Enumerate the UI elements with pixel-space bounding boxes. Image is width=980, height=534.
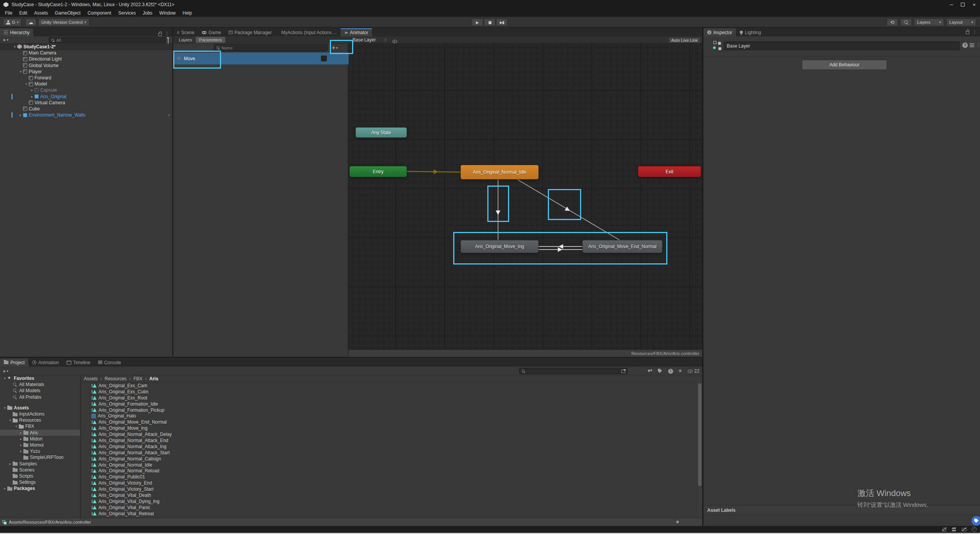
foldout-icon[interactable] (12, 45, 17, 49)
lock-icon[interactable] (966, 31, 969, 34)
menu-item[interactable]: File (2, 10, 16, 16)
state-node[interactable]: Exit (638, 166, 701, 177)
asset-row[interactable]: Aris_Original_Normal_Attack_Start (81, 450, 697, 456)
help-icon[interactable]: ? (962, 43, 968, 48)
cache-server-icon[interactable] (951, 526, 957, 532)
global-search-button[interactable] (900, 18, 912, 26)
undo-history-button[interactable]: ⟲ (887, 18, 898, 26)
parameter-bool-checkbox[interactable] (321, 56, 327, 61)
folder-row[interactable]: All Models (0, 388, 80, 394)
folder-row[interactable]: Resources (0, 417, 80, 423)
hierarchy-row[interactable]: Forward (0, 75, 172, 81)
foldout-icon[interactable] (29, 95, 34, 99)
save-search-star-icon[interactable]: ★ (678, 368, 682, 373)
menu-item[interactable]: Jobs (139, 10, 156, 16)
search-by-type-icon[interactable] (648, 369, 653, 373)
project-search-input[interactable] (519, 368, 628, 374)
asset-row[interactable]: Aris_Original_Normal_Callsign (81, 456, 697, 462)
tab-layers[interactable]: Layers (175, 37, 196, 43)
kebab-menu-icon[interactable]: ⋮ (972, 29, 977, 35)
asset-label-tag-button[interactable] (972, 516, 980, 526)
menu-item[interactable]: Component (84, 10, 115, 16)
menu-item[interactable]: Assets (31, 10, 51, 16)
layout-dropdown[interactable]: Layout ▾ (946, 18, 976, 26)
asset-row[interactable]: Aris_Original_Exs_Root (81, 395, 697, 401)
visibility-off-icon[interactable] (961, 526, 967, 532)
play-button[interactable]: ▶ (472, 18, 483, 26)
asset-row[interactable]: Aris_Original_Vital_Panic (81, 504, 697, 511)
hierarchy-row[interactable]: Player (0, 69, 172, 75)
folder-row[interactable]: InputActions (0, 411, 80, 417)
maximize-button[interactable] (957, 0, 969, 9)
foldout-icon[interactable] (18, 113, 23, 117)
state-node[interactable]: Aris_Original_Move_End_Normal (582, 240, 662, 253)
breadcrumb-item[interactable]: FBX (133, 376, 149, 381)
add-behaviour-button[interactable]: Add Behaviour (802, 60, 887, 70)
dock-tab[interactable]: Timeline (63, 358, 94, 366)
pause-button[interactable]: ▮▮ (484, 18, 495, 26)
asset-row[interactable]: Aris_Original_Exs_Cutin (81, 389, 697, 395)
layer-name-field[interactable]: Base Layer (724, 41, 960, 50)
asset-row[interactable]: Aris_Original_Normal_Idle (81, 462, 697, 468)
folder-row[interactable]: Samples (0, 460, 80, 467)
asset-row[interactable]: Aris_Original_Halo (81, 413, 697, 419)
foldout-icon[interactable] (2, 486, 7, 490)
state-node[interactable]: Aris_Original_Move_Ing (461, 240, 539, 253)
hierarchy-search-input[interactable]: All (49, 37, 166, 43)
foldout-icon[interactable] (18, 70, 23, 74)
foldout-icon[interactable] (18, 443, 23, 447)
menu-item[interactable]: GameObject (51, 10, 84, 16)
hierarchy-row[interactable]: Model (0, 81, 172, 87)
asset-row[interactable]: Aris_Original_Normal_Attack_Ing (81, 444, 697, 450)
open-window-icon[interactable] (168, 38, 169, 44)
menu-item[interactable]: Services (115, 10, 139, 16)
folder-row[interactable]: All Prefabs (0, 394, 80, 400)
folder-row[interactable]: Settings (0, 479, 80, 485)
folder-row[interactable]: Midori (0, 436, 80, 442)
state-node[interactable]: Any State (356, 127, 407, 138)
foldout-icon[interactable] (29, 88, 34, 92)
foldout-icon[interactable] (18, 437, 23, 441)
step-button[interactable]: ▶▮ (496, 18, 508, 26)
dock-tab[interactable]: Console (94, 358, 125, 366)
presets-icon[interactable] (970, 43, 974, 48)
foldout-icon[interactable] (8, 462, 13, 466)
asset-row[interactable]: Aris_Original_Public01 (81, 474, 697, 480)
folder-row[interactable]: SimpleURPToon (0, 454, 80, 460)
menu-item[interactable]: Help (179, 10, 196, 16)
hidden-count-eye-icon[interactable] (688, 370, 693, 373)
folder-row[interactable]: Scenes (0, 467, 80, 473)
dock-tab[interactable]: Package Manager (225, 28, 275, 36)
account-button[interactable]: G ▾ (3, 18, 21, 26)
asset-row[interactable]: Aris_Original_Move_End_Normal (81, 419, 697, 425)
hierarchy-row[interactable]: Cube (0, 106, 172, 112)
breadcrumb-item[interactable]: Assets (84, 376, 105, 381)
scrollbar-thumb[interactable] (698, 383, 701, 486)
menu-item[interactable]: Edit (16, 10, 31, 16)
state-node[interactable]: Aris_Original_Normal_Idle (461, 165, 539, 179)
folder-row[interactable] (0, 400, 80, 405)
folder-row[interactable]: Aris (0, 430, 80, 436)
state-node[interactable]: Entry (349, 166, 407, 177)
eye-icon[interactable] (392, 40, 397, 43)
asset-row[interactable]: Aris_Original_Move_Ing (81, 425, 697, 431)
breadcrumb-item[interactable]: Aris (149, 376, 158, 381)
kebab-menu-icon[interactable]: ⋮ (165, 31, 169, 36)
asset-row[interactable]: Aris_Original_Normal_Attack_Delay (81, 431, 697, 437)
breadcrumb-item[interactable]: Resources (105, 376, 133, 381)
dock-tab[interactable]: Animator (341, 28, 372, 36)
dock-tab[interactable]: Inspector (703, 28, 736, 36)
folder-row[interactable]: Assets (0, 405, 80, 411)
breadcrumb[interactable]: Base Layer (352, 37, 376, 43)
folder-row[interactable]: All Materials (0, 381, 80, 388)
close-button[interactable] (969, 0, 980, 9)
parameter-search-input[interactable]: Name (214, 44, 328, 51)
asset-row[interactable]: Aris_Original_Vital_Death (81, 492, 697, 498)
foldout-icon[interactable] (2, 406, 7, 410)
hierarchy-row[interactable]: Capsule (0, 87, 172, 93)
dock-tab[interactable]: Animation (28, 358, 62, 366)
kebab-menu-icon[interactable]: ⋮ (976, 42, 980, 48)
progress-done-icon[interactable] (971, 526, 977, 532)
auto-live-link-button[interactable]: Auto Live Link (669, 37, 700, 43)
dock-tab[interactable]: MyActions (Input Actions ... (275, 28, 341, 36)
